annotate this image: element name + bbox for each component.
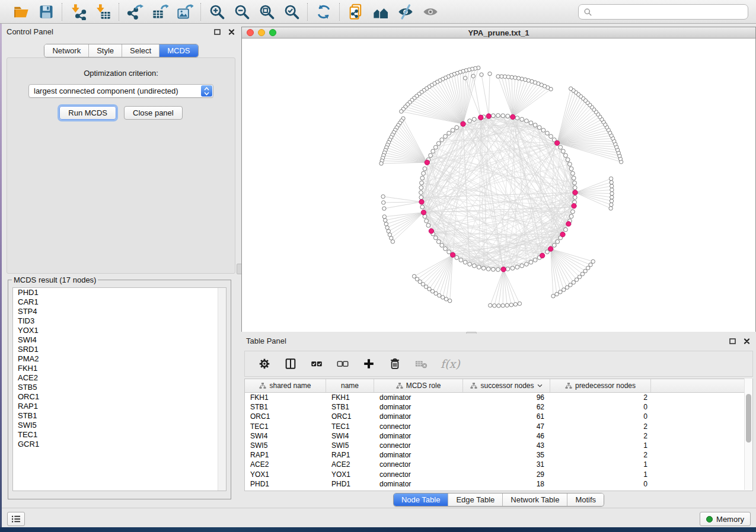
mcds-result-item[interactable]: PHD1: [13, 288, 226, 297]
network-window-title: YPA_prune.txt_1: [242, 28, 755, 37]
tab-mcds[interactable]: MCDS: [160, 44, 197, 57]
tab-edge-table[interactable]: Edge Table: [448, 493, 503, 506]
select-all-icon[interactable]: [310, 357, 323, 370]
mcds-result-title: MCDS result (17 nodes): [12, 275, 98, 284]
mcds-result-item[interactable]: PMA2: [13, 354, 226, 364]
zoom-fit-icon[interactable]: [259, 4, 275, 20]
float-panel-icon[interactable]: [213, 28, 222, 36]
network-window-titlebar[interactable]: YPA_prune.txt_1: [242, 27, 755, 39]
table-toolbar: f(x): [244, 351, 753, 377]
mcds-result-list[interactable]: PHD1CAR1STP4TID3YOX1SWI4SRD1PMA2FKH1ACE2…: [12, 287, 227, 491]
export-table-icon[interactable]: [152, 4, 168, 20]
mcds-result-item[interactable]: STB1: [13, 411, 226, 421]
export-group: [120, 4, 200, 20]
tab-network[interactable]: Network: [44, 44, 89, 57]
mcds-list-scrollbar[interactable]: [218, 288, 226, 491]
attribute-icon: [259, 383, 266, 389]
search-input[interactable]: [596, 5, 748, 18]
mcds-result-item[interactable]: ACE2: [13, 373, 226, 383]
mcds-result-item[interactable]: ORC1: [13, 392, 226, 402]
import-network-icon[interactable]: [70, 4, 87, 20]
mcds-result-item[interactable]: RAP1: [13, 402, 226, 411]
optimization-criterion-select[interactable]: largest connected component (undirected): [28, 84, 213, 98]
zoom-out-icon[interactable]: [234, 4, 250, 20]
attribute-icon: [470, 383, 477, 389]
column-header-shared-name[interactable]: shared name: [245, 379, 326, 392]
control-panel: Control Panel Network Style Select MCDS …: [2, 24, 241, 508]
first-neighbors-icon[interactable]: [372, 4, 389, 20]
zoom-in-icon[interactable]: [209, 4, 225, 20]
network-view-window: YPA_prune.txt_1: [241, 27, 756, 332]
table-row[interactable]: SWI5SWI5 connector43 1: [245, 441, 752, 450]
memory-button[interactable]: Memory: [700, 512, 751, 526]
export-network-icon[interactable]: [127, 4, 143, 20]
mcds-result-item[interactable]: TID3: [13, 316, 226, 326]
task-history-button[interactable]: [7, 512, 25, 526]
new-network-from-selection-icon[interactable]: [347, 4, 364, 20]
mcds-result-item[interactable]: STP4: [13, 307, 226, 316]
column-header-successor-nodes[interactable]: successor nodes: [463, 379, 550, 392]
mcds-result-item[interactable]: YOX1: [13, 326, 226, 335]
delete-column-icon[interactable]: [388, 357, 401, 370]
import-table-icon[interactable]: [95, 4, 111, 20]
refresh-icon[interactable]: [315, 4, 332, 20]
file-group: [6, 4, 62, 20]
network-graph[interactable]: [242, 39, 755, 332]
table-row[interactable]: YOX1YOX1 connector29 1: [245, 470, 752, 479]
mcds-result-item[interactable]: STB5: [13, 383, 226, 392]
mcds-result-item[interactable]: SWI5: [13, 421, 226, 430]
mcds-result-item[interactable]: FKH1: [13, 364, 226, 373]
table-row[interactable]: RAP1RAP1 dominator35 2: [245, 450, 752, 460]
table-row[interactable]: SWI4SWI4 dominator46 2: [245, 431, 752, 441]
mcds-result-item[interactable]: CAR1: [13, 297, 226, 307]
memory-label: Memory: [716, 515, 744, 524]
mcds-result-item[interactable]: SWI4: [13, 335, 226, 345]
table-scrollbar[interactable]: [744, 379, 752, 490]
close-table-panel-icon[interactable]: [742, 337, 751, 345]
control-panel-header: Control Panel: [2, 24, 241, 39]
search-icon: [583, 8, 592, 17]
float-table-panel-icon[interactable]: [728, 337, 737, 345]
sort-descending-icon: [537, 384, 543, 387]
tab-style[interactable]: Style: [89, 44, 122, 57]
control-panel-tabbar: Network Style Select MCDS: [44, 44, 198, 57]
table-row[interactable]: ACE2ACE2 connector31 1: [245, 460, 752, 469]
open-session-icon[interactable]: [13, 4, 30, 20]
mcds-result-item[interactable]: GCR1: [13, 440, 226, 449]
tab-motifs[interactable]: Motifs: [567, 493, 604, 506]
table-header-row: shared name name MCDS role successor nod…: [245, 379, 752, 393]
tab-network-table[interactable]: Network Table: [503, 493, 567, 506]
show-all-icon[interactable]: [422, 4, 439, 20]
select-stepper-icon: [201, 85, 212, 97]
tab-select[interactable]: Select: [122, 44, 160, 57]
table-panel-title: Table Panel: [246, 336, 286, 345]
deselect-all-icon[interactable]: [336, 357, 349, 370]
attribute-icon: [565, 383, 572, 389]
table-row[interactable]: FKH1FKH1 dominator96 2: [245, 393, 752, 402]
column-header-predecessor-nodes[interactable]: predecessor nodes: [550, 379, 651, 392]
mcds-result-item[interactable]: TEC1: [13, 430, 226, 440]
close-panel-icon[interactable]: [227, 28, 236, 36]
table-row[interactable]: TEC1TEC1 connector47 2: [245, 422, 752, 431]
column-layout-icon[interactable]: [284, 357, 297, 370]
hide-selected-icon[interactable]: [397, 4, 414, 20]
network-canvas[interactable]: [242, 39, 755, 332]
tab-node-table[interactable]: Node Table: [394, 493, 449, 506]
column-header-mcds-role[interactable]: MCDS role: [374, 379, 463, 392]
zoom-selected-icon[interactable]: [283, 4, 300, 20]
close-panel-button[interactable]: Close panel: [124, 106, 183, 120]
table-scrollbar-thumb[interactable]: [746, 394, 751, 443]
column-header-name[interactable]: name: [326, 379, 374, 392]
add-column-icon[interactable]: [362, 357, 375, 370]
delete-table-icon: [414, 357, 428, 370]
mcds-result-item[interactable]: SRD1: [13, 345, 226, 354]
table-panel: Table Panel: [241, 334, 756, 508]
export-image-icon[interactable]: [177, 4, 193, 20]
settings-icon[interactable]: [258, 357, 271, 370]
table-row[interactable]: ORC1ORC1 dominator61 0: [245, 412, 752, 421]
save-session-icon[interactable]: [38, 4, 55, 20]
application-window: Control Panel Network Style Select MCDS …: [0, 0, 756, 532]
table-row[interactable]: STB1STB1 dominator62 0: [245, 402, 752, 412]
table-row[interactable]: PHD1PHD1 dominator18 0: [245, 479, 752, 489]
run-mcds-button[interactable]: Run MCDS: [59, 106, 116, 120]
